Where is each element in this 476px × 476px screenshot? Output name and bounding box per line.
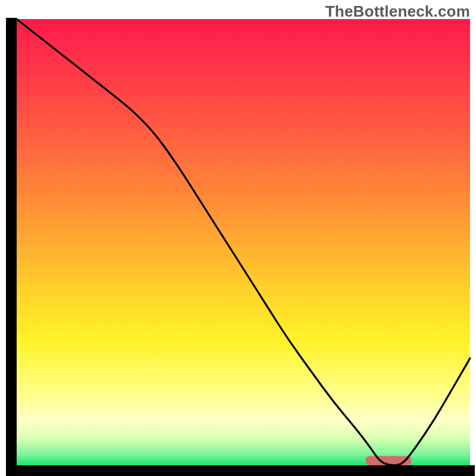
x-axis <box>6 465 475 476</box>
y-axis <box>6 18 17 476</box>
bottleneck-chart <box>0 0 476 476</box>
plot-background <box>17 19 470 465</box>
chart-stage: TheBottleneck.com <box>0 0 476 476</box>
watermark-text: TheBottleneck.com <box>325 2 470 21</box>
